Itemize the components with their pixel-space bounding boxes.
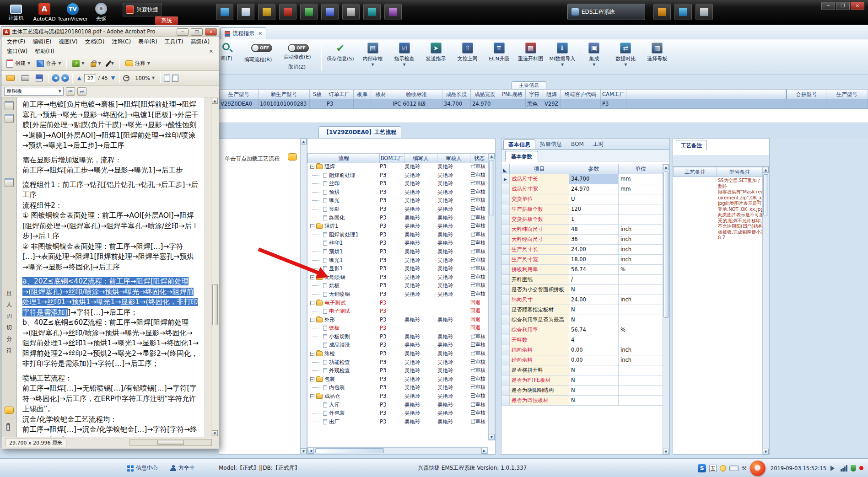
system-menu-button[interactable]: 系统 — [155, 16, 178, 25]
tray-notification-icon[interactable] — [750, 461, 766, 476]
fit-page-icon[interactable] — [164, 75, 170, 82]
taskbar-ems-app[interactable]: 兴森快捷 — [123, 3, 162, 16]
expander-icon[interactable]: − — [310, 352, 314, 356]
scroll-up-icon[interactable]: ▲ — [489, 153, 495, 159]
param-value[interactable]: 56.74 — [569, 265, 619, 275]
pdf-vertical-scrollbar[interactable]: ▲ ▼ — [211, 97, 219, 437]
column-header[interactable]: 成品宽度 — [471, 89, 499, 99]
minimize-icon[interactable]: ─ — [821, 2, 835, 10]
param-value[interactable]: N — [569, 375, 619, 386]
column-header[interactable]: 状态 — [470, 153, 489, 163]
param-value[interactable]: 24.00 — [569, 245, 619, 255]
attachments-panel-icon[interactable] — [6, 423, 10, 431]
next-view-icon[interactable]: ▶ — [61, 74, 69, 82]
tree-row[interactable]: 丝印P3吴艳玲吴艳玲已审核 — [307, 179, 489, 188]
column-header[interactable]: 工艺备注 — [673, 167, 717, 177]
param-value[interactable]: N — [569, 365, 619, 375]
column-header[interactable]: 字符 — [526, 89, 543, 99]
column-header[interactable]: 审核人 — [437, 153, 470, 163]
toolbar-button[interactable]: ▦重选开料图 — [516, 42, 545, 68]
tree-row[interactable]: −包装P3吴艳玲吴艳玲已审核 — [307, 375, 489, 384]
column-header[interactable]: 生产型号 — [219, 89, 259, 99]
param-value[interactable]: N — [569, 315, 619, 325]
scroll-down-icon[interactable]: ▼ — [763, 449, 769, 455]
param-row[interactable]: 生产拼板个数120 — [501, 204, 663, 214]
tree-row[interactable]: 显影P3吴艳玲吴艳玲已审核 — [307, 205, 489, 214]
param-value[interactable]: 18.00 — [569, 255, 619, 265]
pages-panel-icon[interactable] — [5, 101, 14, 110]
tree-row[interactable]: 小板切割P3吴艳玲吴艳玲已审核 — [307, 332, 489, 341]
toolbar-button[interactable]: ▥选择母板 — [642, 42, 672, 68]
tree-row[interactable]: 外包装P3吴艳玲吴艳玲已审核 — [307, 409, 489, 418]
scroll-up-icon[interactable]: ▲ — [763, 167, 769, 173]
taskbar-window-tile[interactable] — [300, 4, 318, 20]
combine-button[interactable]: 合并 ▼ — [34, 59, 63, 69]
column-header[interactable]: 型号备注 — [717, 167, 763, 177]
column-header[interactable]: PNL规格 — [499, 89, 526, 99]
param-value[interactable]: 56.74 — [569, 325, 619, 335]
page-number-input[interactable]: 27 — [84, 74, 96, 82]
scrollbar-thumb[interactable] — [315, 448, 384, 453]
column-header[interactable]: 生产型号 — [826, 89, 868, 99]
taskbar-window-tile[interactable] — [363, 4, 381, 20]
scroll-right-icon[interactable]: ▶ — [481, 448, 487, 454]
param-value[interactable]: 4 — [569, 335, 619, 345]
toolbar-button[interactable]: ➤发送指示 — [421, 42, 451, 68]
expander-icon[interactable]: − — [310, 224, 314, 228]
scroll-up-icon[interactable]: ▲ — [663, 164, 669, 170]
param-row[interactable]: 拼板利用率56.74% — [501, 265, 663, 275]
security-button[interactable]: ▼ — [88, 59, 103, 68]
expander-icon[interactable]: − — [310, 394, 314, 398]
taskbar-window-tile[interactable] — [216, 4, 233, 20]
acrobat-titlebar[interactable]: A 主体工艺流程与流程组20180108.pdf - Adobe Acrobat… — [1, 27, 219, 37]
info-center-button[interactable]: 信息中心 — [127, 464, 158, 472]
export-button[interactable]: ↗▼ — [70, 59, 86, 69]
menu-item[interactable]: 注释(C) — [108, 37, 135, 47]
menu-item[interactable]: 帮助(H) — [31, 47, 58, 56]
tree-vertical-scrollbar[interactable]: ▲ ▼ — [488, 153, 495, 440]
menu-item[interactable]: 文件(F) — [3, 37, 29, 47]
open-button[interactable] — [4, 74, 17, 82]
param-value[interactable]: N — [569, 305, 619, 315]
keyboard-icon[interactable] — [729, 466, 739, 471]
tree-row[interactable]: 外观检查P3吴艳玲吴艳玲已审核 — [307, 366, 489, 375]
taskbar-window-tile[interactable] — [653, 4, 671, 20]
taskbar-window-tile[interactable] — [342, 4, 360, 20]
tab-inactive[interactable]: 工时 — [588, 139, 609, 149]
sogou-input-icon[interactable]: S — [698, 464, 706, 472]
scrollbar-thumb[interactable] — [663, 172, 669, 318]
signatures-panel-icon[interactable] — [5, 178, 14, 187]
tree-row[interactable]: 功能检查P3吴艳玲吴艳玲已审核 — [307, 358, 489, 367]
toolbar-button[interactable]: ⇈ECN升级 — [485, 42, 514, 68]
column-header[interactable]: 参数 — [569, 164, 619, 174]
current-user[interactable]: 方辛幸 — [170, 464, 195, 472]
remarks-vertical-scrollbar[interactable]: ▲ ▼ — [762, 167, 769, 455]
column-header[interactable]: 流程 — [307, 153, 380, 163]
tree-row[interactable]: 出厂P3吴艳玲吴艳玲已审核 — [307, 418, 489, 426]
write-flow-toggle[interactable]: OFF — [251, 44, 272, 52]
column-header[interactable]: 板材 — [371, 89, 391, 99]
network-icon[interactable] — [841, 465, 847, 472]
param-value[interactable]: 120 — [569, 204, 619, 214]
select-all-corner[interactable] — [501, 164, 510, 174]
bookmark-next-icon[interactable]: ⏭ — [77, 87, 86, 96]
zoom-out-icon[interactable] — [123, 75, 129, 81]
previous-page-icon[interactable]: ▲ — [76, 74, 82, 82]
expander-icon[interactable]: − — [310, 301, 314, 305]
param-value[interactable]: N — [569, 386, 619, 396]
comment-button[interactable]: 注释 ▼ — [123, 59, 152, 68]
tab-inactive[interactable]: 拓展信息 — [535, 139, 566, 149]
tree-row[interactable]: −终检P3吴艳玲吴艳玲已审核 — [307, 349, 489, 358]
tree-row[interactable]: −阻焊1P3吴艳玲吴艳玲已审核 — [307, 222, 489, 230]
zoom-level-select[interactable]: 100% ▼ — [133, 74, 157, 83]
column-header[interactable]: 新生产型号 — [259, 89, 310, 99]
wubi-input-icon[interactable]: 五 — [709, 465, 717, 472]
menu-item[interactable]: 文档(D) — [81, 37, 108, 47]
param-row[interactable]: ▶成品尺寸长34.700mm — [501, 174, 663, 184]
menu-item[interactable]: 表单(R) — [135, 37, 161, 47]
param-row[interactable]: 大料纬向尺寸48inch — [501, 225, 663, 235]
param-row[interactable]: 是否为PTFE板材N — [501, 375, 663, 386]
tree-row[interactable]: 阻焊前处理P3吴艳玲吴艳玲已审核 — [307, 171, 489, 180]
start-modify-button[interactable]: 启动修改(E) — [284, 54, 311, 60]
tree-row[interactable]: 预烘P3吴艳玲吴艳玲已审核 — [307, 188, 489, 197]
